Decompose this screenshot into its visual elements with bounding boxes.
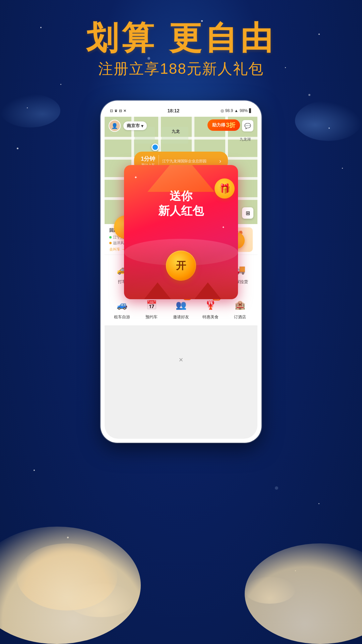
food-icon: 🦞 [205,300,216,310]
food-icon-container: 🦞 特惠 [202,298,219,312]
sparkle-1: ✦ [134,175,137,180]
envelope-ribbon-right [194,282,221,299]
signal-strength: 98.9 [225,108,233,113]
location-chip[interactable]: 南京市 ▾ [123,121,147,130]
dropdown-icon: ▾ [141,123,143,128]
main-subtitle: 注册立享188元新人礼包 [0,59,362,79]
cloud-puff-2 [245,577,295,604]
hotel-icon: 🏨 [235,300,245,310]
status-icon-2: ♛ [114,109,118,113]
gift-decoration: 🎁 [215,178,238,205]
envelope-ribbon-left [144,282,171,299]
invite-label: 邀请好友 [173,314,189,320]
scan-button[interactable]: ⊞ [242,207,253,219]
dismiss-button[interactable]: × [176,355,186,365]
envelope-text-line1: 送你 [170,190,192,202]
discount-badge[interactable]: 助力得 3折 [207,119,240,131]
location-icon: ◎ [221,108,224,113]
envelope-text: 送你 新人红包 [158,189,204,218]
discount-text: 助力得 [212,122,225,128]
status-time: 18:12 [167,108,179,113]
sparkle-3: ✦ [222,225,225,229]
message-button[interactable]: 💬 [242,120,253,131]
rental-label: 租车自游 [114,314,130,320]
eta-time: 1分钟 [141,155,155,163]
reservation-icon: 📅 [146,300,157,310]
message-icon: 💬 [244,123,251,129]
invite-icon-container: 👥 +29 [172,298,190,312]
status-icon-4: ✕ [123,109,126,113]
cloud-top-left [0,94,60,127]
food-label: 特惠美食 [202,314,219,320]
hotel-icon-container: 🏨 [231,298,249,312]
header-section: 划算 更自由 注册立享188元新人礼包 [0,20,362,79]
map-label-lake: 九龙湖 [240,137,251,142]
cloud-top-right [295,101,362,141]
app-header: 👤 南京市 ▾ 助力得 3折 💬 [105,117,257,135]
wifi-icon: ▲ [234,108,238,113]
phone-mockup: ⊡ ♛ ⊟ ✕ 18:12 ◎ 98.9 ▲ 98% ▋ [101,101,261,443]
reservation-label: 预约车 [145,314,158,320]
start-dot [109,236,112,238]
red-envelope-overlay[interactable]: ✦ ✦ ✦ 🎁 送你 新人红包 [124,165,238,299]
user-avatar[interactable]: 👤 [109,120,121,132]
envelope-text-line2: 新人红包 [158,204,204,217]
eta-address: 江宁九龙湖国际企业总部园 [162,159,216,164]
status-icon-1: ⊡ [110,109,113,113]
discount-num: 3折 [226,121,235,129]
status-icon-3: ⊟ [119,109,122,113]
main-title: 划算 更自由 [0,20,362,56]
clouds-bottom [0,510,362,644]
invite-icon: 👥 [176,300,186,310]
status-bar: ⊡ ♛ ⊟ ✕ 18:12 ◎ 98.9 ▲ 98% ▋ [105,105,257,117]
rental-icon-container: 🚙 [113,298,131,312]
status-left-icons: ⊡ ♛ ⊟ ✕ [110,109,126,113]
end-dot [109,242,112,244]
battery-icon: ▋ [249,108,252,113]
eta-chevron-icon: › [219,158,221,165]
phone-frame: ⊡ ♛ ⊟ ✕ 18:12 ◎ 98.9 ▲ 98% ▋ [101,101,261,443]
location-text: 南京市 [127,123,140,129]
phone-screen: ⊡ ♛ ⊟ ✕ 18:12 ◎ 98.9 ▲ 98% ▋ [105,105,257,439]
hotel-label: 订酒店 [234,314,246,320]
map-marker [152,144,159,151]
rental-icon: 🚙 [117,300,127,310]
envelope-open-button[interactable]: 开 [166,251,196,281]
status-right: ◎ 98.9 ▲ 98% ▋ [221,108,252,113]
envelope-fold-triangle [147,165,215,192]
reservation-icon-container: 📅 [143,298,160,312]
avatar-icon: 👤 [111,123,118,129]
battery: 98% [240,108,248,113]
envelope-card[interactable]: ✦ ✦ ✦ 🎁 送你 新人红包 [124,165,238,299]
cloud-puff-1 [67,584,134,617]
